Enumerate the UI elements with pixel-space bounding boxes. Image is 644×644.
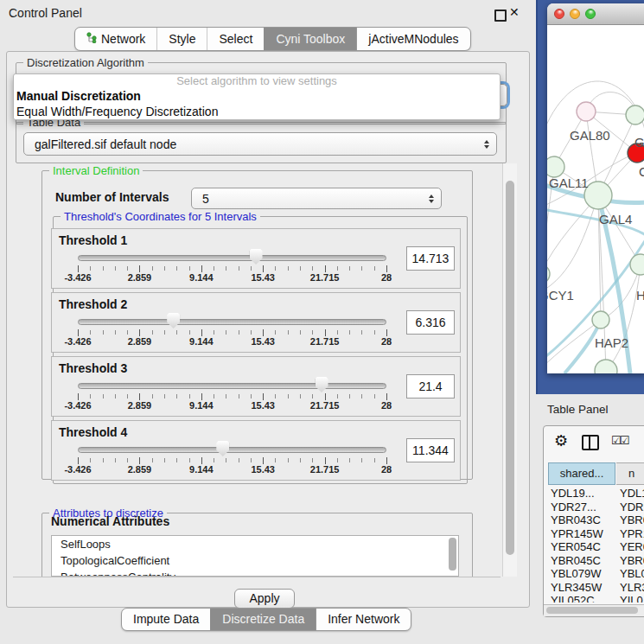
threshold-slider[interactable]: -3.4262.8599.14415.4321.71528 <box>78 357 386 418</box>
cell-name[interactable]: YDR2 <box>620 501 644 513</box>
threshold-slider[interactable]: -3.4262.8599.14415.4321.71528 <box>78 229 386 290</box>
cell-shared-name[interactable]: YER054C <box>551 540 601 553</box>
cell-shared-name[interactable]: YBR043C <box>551 513 601 526</box>
cell-shared-name[interactable]: YDL19... <box>551 487 595 500</box>
network-node-pink[interactable] <box>577 102 596 121</box>
attributes-list[interactable]: SelfLoopsTopologicalCoefficientBetweenne… <box>51 535 459 577</box>
table-row[interactable]: YIL052C YIL0 <box>544 594 644 603</box>
cell-name[interactable]: YPR1 <box>620 527 644 540</box>
slider-thumb[interactable] <box>316 377 328 392</box>
table-rows: YDL19... YDL1 YDR27... YDR2 YBR043C YBR0… <box>544 487 644 603</box>
tab-impute-data[interactable]: Impute Data <box>122 609 210 630</box>
network-node[interactable] <box>630 254 644 275</box>
threshold-slider[interactable]: -3.4262.8599.14415.4321.71528 <box>78 421 386 481</box>
slider-track[interactable] <box>78 255 386 261</box>
table-row[interactable]: YBL079W YBL0 <box>544 567 644 581</box>
tab-network[interactable]: Network <box>75 28 156 50</box>
slider-thumb[interactable] <box>167 313 180 328</box>
dropdown-option-manual[interactable]: Manual Discretization <box>14 88 500 104</box>
tab-select[interactable]: Select <box>207 28 264 50</box>
slider-thumb[interactable] <box>216 441 229 456</box>
tab-jactivemnodules[interactable]: jActiveMNodules <box>356 28 469 50</box>
tab-infer-network[interactable]: Infer Network <box>316 609 411 630</box>
cell-shared-name[interactable]: YIL052C <box>551 594 595 603</box>
slider-major-ticks <box>78 329 386 336</box>
table-column-headers: shared... n <box>544 462 644 485</box>
cell-name[interactable]: YER0 <box>620 540 644 553</box>
tick-label: 9.144 <box>189 336 214 347</box>
cell-name[interactable]: YBR0 <box>620 554 644 567</box>
network-canvas[interactable]: GAL80 GA C GAL11 GAL4 GCY1 H HAP2 <box>547 25 644 373</box>
minimize-traffic-light-icon[interactable] <box>570 9 580 19</box>
threshold-value-field[interactable]: 11.344 <box>406 438 455 462</box>
cell-name[interactable]: YLR3 <box>620 581 644 594</box>
scrollbar-thumb[interactable] <box>546 607 638 614</box>
threshold-row: Threshold 4 -3.4262.8599.14415.4321.7152… <box>51 420 461 481</box>
network-node[interactable] <box>547 156 564 177</box>
threshold-slider[interactable]: -3.4262.8599.14415.4321.71528 <box>78 293 386 354</box>
column-header-shared[interactable]: shared... <box>548 462 615 485</box>
tick-label: 15.43 <box>251 272 275 283</box>
cell-shared-name[interactable]: YDR27... <box>551 501 596 513</box>
threshold-value-field[interactable]: 6.316 <box>406 310 455 335</box>
network-node[interactable] <box>626 105 644 124</box>
tick-label: 9.144 <box>189 464 214 475</box>
table-row[interactable]: YBR043C YBR0 <box>544 513 644 527</box>
attribute-list-item[interactable]: BetweennessCentrality <box>52 569 458 577</box>
checkbox-columns-icon[interactable]: ☑☑ <box>611 434 628 447</box>
network-node-gal4[interactable] <box>584 182 612 209</box>
column-header-name[interactable]: n <box>616 462 644 485</box>
slider-track[interactable] <box>78 383 386 389</box>
cell-shared-name[interactable]: YLR345W <box>551 581 602 594</box>
table-row[interactable]: YLR345W YLR3 <box>544 581 644 595</box>
cell-shared-name[interactable]: YPR145W <box>551 527 603 540</box>
settings-vertical-scrollbar[interactable] <box>502 163 517 577</box>
close-traffic-light-icon[interactable] <box>554 9 564 19</box>
cell-shared-name[interactable]: YBL079W <box>551 567 602 580</box>
scrollbar-thumb[interactable] <box>506 181 514 555</box>
table-data-combobox[interactable]: galFiltered.sif default node <box>23 132 497 156</box>
table-horizontal-scrollbar[interactable] <box>544 604 644 616</box>
table-row[interactable]: YPR145W YPR1 <box>544 527 644 541</box>
tick-label: 15.43 <box>251 400 275 411</box>
spinner-arrows-icon <box>484 140 489 149</box>
attribute-list-item[interactable]: TopologicalCoefficient <box>52 552 458 569</box>
tab-cyni-toolbox[interactable]: Cyni Toolbox <box>264 28 356 50</box>
network-node[interactable] <box>595 360 617 373</box>
split-columns-icon[interactable] <box>582 435 599 450</box>
group-label: Interval Definition <box>49 164 143 177</box>
zoom-traffic-light-icon[interactable] <box>585 9 596 19</box>
close-icon[interactable]: ✕ <box>509 5 520 19</box>
table-row[interactable]: YDL19... YDL1 <box>544 487 644 501</box>
network-node[interactable] <box>592 311 609 328</box>
tab-style[interactable]: Style <box>156 28 207 50</box>
number-of-intervals-combobox[interactable]: 5 <box>191 188 442 209</box>
table-row[interactable]: YER054C YER0 <box>544 540 644 554</box>
table-row[interactable]: YDR27... YDR2 <box>544 501 644 514</box>
dropdown-option-equal-width[interactable]: Equal Width/Frequency Discretization <box>14 104 500 119</box>
cell-name[interactable]: YBR0 <box>620 513 644 526</box>
apply-button[interactable]: Apply <box>234 589 295 609</box>
attribute-list-item[interactable]: SelfLoops <box>52 536 458 552</box>
network-view-window: GAL80 GA C GAL11 GAL4 GCY1 H HAP2 <box>547 3 644 373</box>
tab-discretize-data[interactable]: Discretize Data <box>210 609 316 630</box>
network-window-titlebar[interactable] <box>547 3 644 25</box>
cell-name[interactable]: YBL0 <box>620 567 644 580</box>
cell-name[interactable]: YDL1 <box>620 487 644 500</box>
gear-icon[interactable]: ⚙ <box>554 431 568 450</box>
slider-track[interactable] <box>78 447 386 453</box>
combobox-value: galFiltered.sif default node <box>35 137 176 151</box>
settings-scroll-area: Interval Definition Number of Intervals … <box>13 163 501 577</box>
network-node[interactable] <box>547 265 550 284</box>
threshold-value-field[interactable]: 21.4 <box>406 374 455 399</box>
cell-shared-name[interactable]: YBR045C <box>551 554 601 567</box>
slider-thumb[interactable] <box>250 249 263 265</box>
attributes-list-scrollbar[interactable] <box>449 538 456 571</box>
slider-track[interactable] <box>78 319 386 325</box>
threshold-value-field[interactable]: 14.713 <box>406 246 455 271</box>
node-label-gal4: GAL4 <box>599 212 632 226</box>
cell-name[interactable]: YIL0 <box>620 594 643 603</box>
dropdown-placeholder-option[interactable]: Select algorithm to view settings <box>14 74 500 88</box>
table-row[interactable]: YBR045C YBR0 <box>544 554 644 568</box>
float-window-icon[interactable] <box>494 10 507 22</box>
